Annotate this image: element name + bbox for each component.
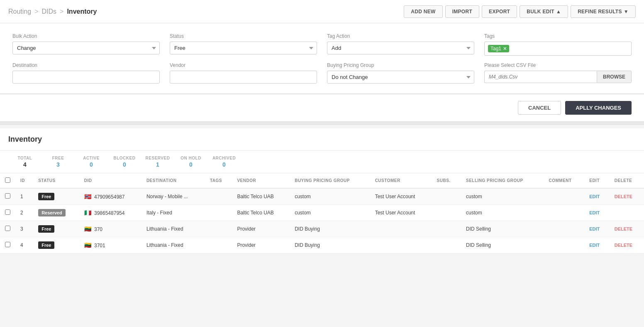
stat-blocked-label: BLOCKED <box>114 156 136 160</box>
flag-icon: 🇳🇴 <box>84 193 91 200</box>
breadcrumb-routing[interactable]: Routing <box>8 8 31 15</box>
row-vendor: Baltic Telco UAB <box>232 188 290 205</box>
breadcrumb-current: Inventory <box>67 8 97 15</box>
row-status: Free <box>33 221 79 237</box>
row-customer: Test User Account <box>370 205 432 221</box>
tag-remove-button[interactable]: ✕ <box>503 46 507 52</box>
row-customer: Test User Account <box>370 188 432 205</box>
row-customer <box>370 221 432 237</box>
row-did: 🇮🇹 39865487954 <box>79 205 141 221</box>
cancel-button[interactable]: CANCEL <box>518 101 561 115</box>
stat-archived: ARCHIVED 0 <box>207 156 241 168</box>
did-number: 47909654987 <box>94 194 124 200</box>
table-row: 4 Free 🇱🇹 3701 Lithuania - Fixed Provide… <box>0 237 644 253</box>
row-delete-cell <box>610 205 644 221</box>
vendor-label: Vendor <box>170 62 317 68</box>
row-checkbox[interactable] <box>5 226 10 231</box>
row-status: Free <box>33 188 79 205</box>
row-tags <box>205 205 232 221</box>
row-status: Free <box>33 237 79 253</box>
header-tags: TAGS <box>205 173 232 188</box>
breadcrumb-dids[interactable]: DIDs <box>42 8 57 15</box>
inventory-section: Inventory TOTAL 4 FREE 3 ACTIVE 0 BLOCKE… <box>0 128 644 253</box>
inventory-header: Inventory <box>0 128 644 151</box>
stat-reserved-label: RESERVED <box>146 156 170 160</box>
status-badge: Free <box>38 225 54 233</box>
edit-button[interactable]: EDIT <box>589 243 600 248</box>
bulk-action-group: Bulk Action Change Delete <box>12 33 160 56</box>
stat-active: ACTIVE 0 <box>75 156 108 168</box>
delete-button[interactable]: DELETE <box>615 194 632 199</box>
buying-pricing-group-select[interactable]: Do not Change custom DID Buying <box>327 71 474 84</box>
select-all-checkbox[interactable] <box>5 177 10 183</box>
delete-button[interactable]: DELETE <box>615 226 632 231</box>
actions-row: CANCEL APLLY CHANGES <box>0 94 644 122</box>
bulk-edit-button[interactable]: BULK EDIT ▲ <box>520 5 568 18</box>
delete-button[interactable]: DELETE <box>615 243 632 248</box>
row-id: 4 <box>15 237 33 253</box>
chevron-down-icon: ▼ <box>624 9 629 15</box>
flag-icon: 🇱🇹 <box>84 242 91 248</box>
row-comment <box>544 188 585 205</box>
row-comment <box>544 221 585 237</box>
stat-archived-value[interactable]: 0 <box>222 161 226 168</box>
breadcrumb-sep2: > <box>60 8 63 15</box>
tags-input[interactable]: Tag1 ✕ <box>484 42 632 56</box>
stat-reserved-value[interactable]: 1 <box>156 161 159 168</box>
stat-total-value[interactable]: 4 <box>23 161 27 168</box>
stat-total-label: TOTAL <box>18 156 32 160</box>
stat-free-value[interactable]: 3 <box>56 161 60 168</box>
stat-blocked-value[interactable]: 0 <box>123 161 126 168</box>
row-edit-cell: EDIT <box>584 237 610 253</box>
row-status: Reserved <box>33 205 79 221</box>
status-group: Status Free Reserved Active Blocked On H… <box>170 33 317 56</box>
import-button[interactable]: IMPORT <box>445 5 479 18</box>
header-destination: DESTINATION <box>141 173 205 188</box>
apply-changes-button[interactable]: APLLY CHANGES <box>565 101 632 115</box>
stat-active-value[interactable]: 0 <box>90 161 93 168</box>
add-new-button[interactable]: ADD NEW <box>404 5 442 18</box>
bulk-action-select[interactable]: Change Delete <box>12 42 160 54</box>
export-button[interactable]: EXPORT <box>482 5 517 18</box>
row-destination: Norway - Mobile ... <box>141 188 205 205</box>
edit-button[interactable]: EDIT <box>589 194 600 199</box>
destination-input[interactable] <box>12 71 160 84</box>
header-edit: EDIT <box>584 173 610 188</box>
buying-pricing-group-group: Buying Pricing Group Do not Change custo… <box>327 62 474 84</box>
row-subs <box>432 188 461 205</box>
row-comment <box>544 205 585 221</box>
tag-action-select[interactable]: Add Remove Replace <box>327 42 474 54</box>
edit-button[interactable]: EDIT <box>589 210 600 215</box>
status-select[interactable]: Free Reserved Active Blocked On Hold Arc… <box>170 42 317 54</box>
chevron-up-icon: ▲ <box>556 9 561 15</box>
table-row: 1 Free 🇳🇴 47909654987 Norway - Mobile ..… <box>0 188 644 205</box>
refine-results-button[interactable]: REFINE RESULTS ▼ <box>571 5 636 18</box>
row-checkbox[interactable] <box>5 193 10 199</box>
csv-input-group: BROWSE <box>484 71 632 83</box>
row-did: 🇱🇹 3701 <box>79 237 141 253</box>
header-customer: CUSTOMER <box>370 173 432 188</box>
top-bar: Routing > DIDs > Inventory ADD NEW IMPOR… <box>0 0 644 23</box>
status-label: Status <box>170 33 317 39</box>
inventory-table-container: ID STATUS DID DESTINATION TAGS VENDOR BU… <box>0 173 644 253</box>
stat-on-hold-value[interactable]: 0 <box>189 161 193 168</box>
row-subs <box>432 237 461 253</box>
row-selling-pricing-group: custom <box>461 188 544 205</box>
breadcrumb: Routing > DIDs > Inventory <box>8 8 97 15</box>
flag-icon: 🇮🇹 <box>84 209 91 216</box>
header-id: ID <box>15 173 33 188</box>
vendor-input[interactable] <box>170 71 317 84</box>
row-buying-pricing-group: custom <box>290 188 370 205</box>
vendor-group: Vendor <box>170 62 317 84</box>
did-number: 370 <box>94 226 102 232</box>
row-checkbox[interactable] <box>5 242 10 247</box>
row-vendor: Provider <box>232 221 290 237</box>
edit-button[interactable]: EDIT <box>589 226 600 231</box>
header-comment: COMMENT <box>544 173 585 188</box>
browse-button[interactable]: BROWSE <box>597 71 632 83</box>
row-destination: Lithuania - Fixed <box>141 237 205 253</box>
tags-group: Tags Tag1 ✕ <box>484 33 632 56</box>
tag-label: Tag1 <box>490 46 501 52</box>
csv-file-input[interactable] <box>484 71 597 83</box>
row-checkbox[interactable] <box>5 209 10 215</box>
